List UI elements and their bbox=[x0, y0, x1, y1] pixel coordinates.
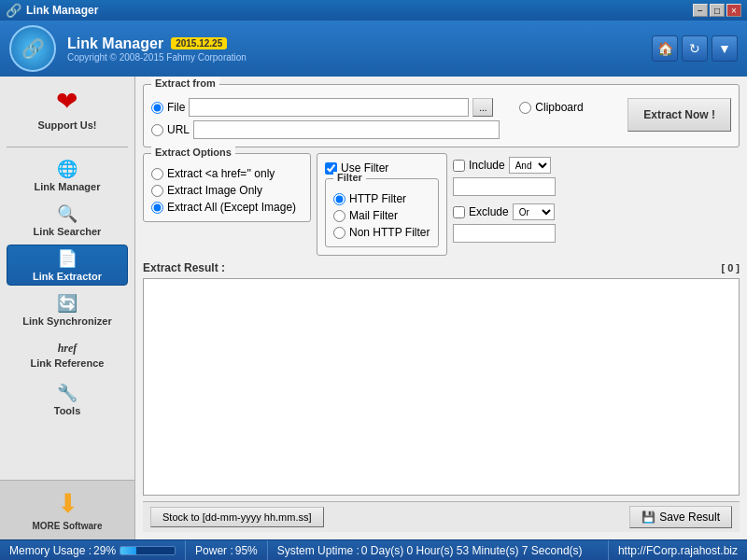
radio-file[interactable] bbox=[151, 102, 163, 114]
home-button[interactable]: 🏠 bbox=[652, 35, 678, 62]
title-bar: 🔗 Link Manager − □ × bbox=[0, 0, 747, 21]
stock-button[interactable]: Stock to [dd-mm-yyyy hh.mm.ss] bbox=[150, 507, 324, 527]
power-label: Power : bbox=[195, 544, 233, 557]
link-synchronizer-label: Link Synchronizer bbox=[22, 315, 111, 327]
options-filter-row: Extract Options Extract <a href='' only … bbox=[143, 153, 740, 256]
include-input[interactable] bbox=[453, 177, 556, 196]
support-section: ❤ Support Us! bbox=[38, 86, 97, 132]
radio-url[interactable] bbox=[151, 124, 163, 136]
result-count: [ 0 ] bbox=[721, 262, 740, 273]
extract-result-section: Extract Result : [ 0 ] bbox=[143, 261, 740, 496]
memory-bar-fill bbox=[120, 547, 136, 554]
filter-inner-group: Filter HTTP Filter Mail Filter Non HT bbox=[325, 178, 439, 247]
more-software-section[interactable]: ⬇ MORE Software bbox=[0, 480, 134, 539]
uptime-label: System Uptime : bbox=[277, 544, 359, 557]
include-checkbox[interactable] bbox=[453, 160, 465, 172]
radio-mail-filter[interactable] bbox=[333, 210, 345, 222]
app-title: Link Manager bbox=[67, 35, 163, 52]
extract-all-label: Extract All (Except Image) bbox=[167, 201, 296, 214]
file-label: File bbox=[167, 101, 185, 114]
url-label: URL bbox=[167, 123, 190, 136]
exclude-label: Exclude bbox=[469, 205, 509, 218]
sidebar-item-link-manager[interactable]: 🌐 Link Manager bbox=[7, 155, 128, 196]
non-http-filter-label: Non HTTP Filter bbox=[349, 226, 430, 239]
url-segment: http://FCorp.rajahost.biz bbox=[609, 540, 747, 560]
and-dropdown[interactable]: And Or bbox=[509, 157, 551, 174]
include-label: Include bbox=[469, 159, 505, 172]
memory-segment: Memory Usage : 29% bbox=[0, 540, 186, 560]
save-result-button[interactable]: 💾 Save Result bbox=[629, 506, 732, 528]
include-input-row bbox=[453, 177, 740, 196]
extract-from-group: Extract from File ... Clipboard URL bbox=[143, 84, 740, 147]
radio-extract-image[interactable] bbox=[151, 185, 163, 197]
extract-result-label: Extract Result : bbox=[143, 261, 225, 274]
link-manager-icon: 🌐 bbox=[57, 159, 78, 179]
dropdown-button[interactable]: ▼ bbox=[712, 35, 738, 62]
maximize-button[interactable]: □ bbox=[710, 4, 725, 17]
url-input[interactable] bbox=[193, 120, 500, 139]
radio-extract-all[interactable] bbox=[151, 202, 163, 214]
title-bar-text: Link Manager bbox=[26, 4, 693, 17]
status-bar: Memory Usage : 29% Power : 95% System Up… bbox=[0, 539, 747, 560]
filter-inner-legend: Filter bbox=[333, 172, 366, 183]
or-dropdown[interactable]: Or And bbox=[513, 203, 555, 220]
extract-image-label: Extract Image Only bbox=[167, 184, 262, 197]
sidebar-item-link-reference[interactable]: href Link Reference bbox=[7, 334, 128, 375]
sidebar-item-link-searcher[interactable]: 🔍 Link Searcher bbox=[7, 200, 128, 241]
main-layout: ❤ Support Us! 🌐 Link Manager 🔍 Link Sear… bbox=[0, 77, 747, 539]
result-textarea[interactable] bbox=[143, 278, 740, 496]
uptime-value: 0 Day(s) 0 Hour(s) 53 Minute(s) 7 Second… bbox=[361, 544, 583, 557]
extract-options-legend: Extract Options bbox=[151, 147, 235, 158]
close-button[interactable]: × bbox=[726, 4, 741, 17]
include-exclude-section: Include And Or Exclude Or And bbox=[453, 153, 740, 243]
refresh-button[interactable]: ↻ bbox=[682, 35, 708, 62]
extract-now-button[interactable]: Extract Now ! bbox=[627, 98, 731, 132]
link-synchronizer-icon: 🔄 bbox=[57, 293, 78, 314]
file-input[interactable] bbox=[189, 98, 469, 117]
extract-from-legend: Extract from bbox=[151, 77, 219, 89]
app-logo: 🔗 bbox=[9, 25, 56, 72]
link-extractor-label: Link Extractor bbox=[33, 271, 102, 282]
header-icons: 🏠 ↻ ▼ bbox=[652, 35, 738, 62]
bottom-toolbar: Stock to [dd-mm-yyyy hh.mm.ss] 💾 Save Re… bbox=[143, 501, 740, 532]
power-segment: Power : 95% bbox=[186, 540, 268, 560]
save-label: Save Result bbox=[659, 511, 720, 524]
radio-extract-href[interactable] bbox=[151, 168, 163, 180]
version-badge: 2015.12.25 bbox=[171, 37, 227, 49]
browse-button[interactable]: ... bbox=[472, 98, 493, 117]
extract-options-radios: Extract <a href='' only Extract Image On… bbox=[151, 167, 303, 214]
power-value: 95% bbox=[235, 544, 258, 557]
sidebar-item-link-extractor[interactable]: 📄 Link Extractor bbox=[7, 245, 128, 286]
exclude-input-row bbox=[453, 224, 740, 243]
memory-bar-bg bbox=[120, 546, 176, 555]
radio-clipboard[interactable] bbox=[519, 102, 531, 114]
sidebar: ❤ Support Us! 🌐 Link Manager 🔍 Link Sear… bbox=[0, 77, 135, 539]
sidebar-item-link-synchronizer[interactable]: 🔄 Link Synchronizer bbox=[7, 289, 128, 330]
link-searcher-label: Link Searcher bbox=[34, 226, 102, 237]
link-extractor-icon: 📄 bbox=[57, 248, 78, 269]
memory-value: 29% bbox=[93, 544, 116, 557]
support-label: Support Us! bbox=[38, 119, 97, 131]
memory-label: Memory Usage : bbox=[9, 544, 92, 557]
exclude-row: Exclude Or And bbox=[453, 203, 740, 220]
title-bar-buttons: − □ × bbox=[693, 4, 741, 17]
app-header: 🔗 Link Manager 2015.12.25 Copyright © 20… bbox=[0, 21, 747, 77]
tools-label: Tools bbox=[54, 405, 81, 416]
clipboard-label: Clipboard bbox=[535, 101, 583, 114]
http-filter-label: HTTP Filter bbox=[349, 192, 406, 205]
link-manager-label: Link Manager bbox=[35, 181, 101, 192]
filter-radios: HTTP Filter Mail Filter Non HTTP Filter bbox=[333, 192, 430, 239]
link-reference-icon: href bbox=[58, 342, 78, 356]
more-software-label: MORE Software bbox=[32, 521, 102, 531]
radio-http-filter[interactable] bbox=[333, 193, 345, 205]
app-header-info: Link Manager 2015.12.25 Copyright © 2008… bbox=[67, 35, 652, 63]
save-icon: 💾 bbox=[641, 511, 655, 524]
sidebar-item-tools[interactable]: 🔧 Tools bbox=[7, 379, 128, 420]
radio-non-http-filter[interactable] bbox=[333, 227, 345, 239]
include-row: Include And Or bbox=[453, 157, 740, 174]
exclude-checkbox[interactable] bbox=[453, 206, 465, 218]
exclude-input[interactable] bbox=[453, 224, 556, 243]
content-area: Extract from File ... Clipboard URL bbox=[135, 77, 747, 539]
minimize-button[interactable]: − bbox=[693, 4, 708, 17]
link-reference-label: Link Reference bbox=[31, 357, 105, 369]
